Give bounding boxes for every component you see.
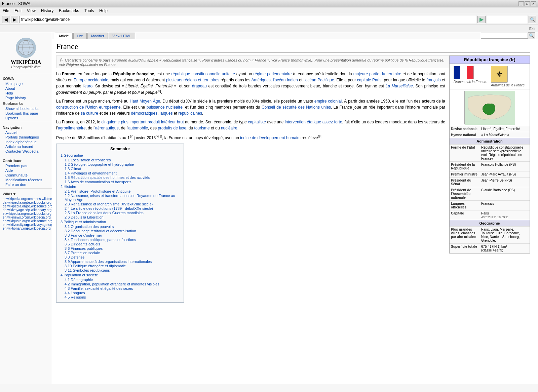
infobox-row-langues: Langues officielles Français bbox=[450, 200, 530, 210]
toc-item-2-3: 2.3 Renaissance et Monarchisme (XVIe-XVI… bbox=[65, 202, 180, 206]
address-input[interactable] bbox=[20, 16, 476, 23]
sidebar-link-modifications[interactable]: Modifications récentes bbox=[0, 178, 52, 182]
exit-button[interactable]: Exit bbox=[529, 27, 535, 31]
toc-item-4-5: 4.5 Religions bbox=[65, 295, 180, 299]
wiki-link-10[interactable]: en.wikinews.org bbox=[3, 215, 25, 219]
wiki-link-7[interactable]: de.wiktionary.org bbox=[26, 208, 48, 212]
close-button[interactable]: ✕ bbox=[531, 1, 536, 6]
hymne-label: Hymne national bbox=[451, 133, 481, 137]
coat-of-arms: ⚜ bbox=[491, 66, 508, 83]
menu-bookmarks[interactable]: Bookmarks bbox=[57, 8, 80, 13]
sidebar-link-faire-don[interactable]: Faire un don bbox=[0, 182, 52, 187]
wiki-link-6[interactable]: de.wikivoyage.org bbox=[3, 208, 25, 212]
window-controls[interactable]: _ □ ✕ bbox=[518, 1, 536, 6]
main-layout: WIKIPÉDIA L'encyclopédie libre XOWA Main… bbox=[0, 32, 538, 384]
search-input[interactable] bbox=[487, 16, 527, 23]
wiki-link-15[interactable]: en.wikivoyage.org bbox=[26, 223, 48, 227]
menu-help[interactable]: Help bbox=[98, 8, 109, 13]
tab-modifier[interactable]: Modifier bbox=[87, 33, 108, 39]
sidebar-link-portails[interactable]: Portails thématiques bbox=[0, 135, 52, 140]
infobox-row-superficie: Superficie totale 675 417[N 1] km² (clas… bbox=[450, 243, 530, 253]
toc-item-2: 2 Histoire bbox=[61, 185, 180, 189]
wiki-link-1[interactable]: commons.wikimedia.org bbox=[26, 197, 48, 201]
sidebar-wikis-header[interactable]: Wikis ▾ bbox=[0, 190, 52, 197]
sidebar-navigation-header: Navigation bbox=[0, 123, 52, 130]
geo-header: Géographie bbox=[450, 220, 530, 226]
sidebar-divider-2 bbox=[0, 122, 52, 122]
wiki-link-11[interactable]: en.wikipedia.org bbox=[26, 215, 48, 219]
flag-container: Drapeau de la France. bbox=[454, 66, 487, 87]
tab-lire[interactable]: Lire bbox=[73, 33, 87, 39]
sidebar-link-hasard[interactable]: Article au hasard bbox=[0, 144, 52, 149]
assemblee-label: Président de l'Assemblée nationale bbox=[451, 188, 481, 199]
toc-item-4-4: 4.4 Langues bbox=[65, 291, 180, 295]
langues-label: Langues officielles bbox=[451, 202, 481, 209]
go-button[interactable]: ▶ bbox=[477, 16, 486, 23]
sidebar: WIKIPÉDIA L'encyclopédie libre XOWA Main… bbox=[0, 32, 52, 384]
devise-label: Devise nationale bbox=[451, 127, 481, 131]
back-button[interactable]: ◀ bbox=[2, 16, 9, 23]
infobox-row-forme: Forme de l'État République constitutionn… bbox=[450, 144, 530, 161]
sidebar-link-bookmark-page[interactable]: Bookmark this page bbox=[0, 111, 52, 116]
toc-item-1: 1 Géographie bbox=[61, 153, 180, 157]
tab-search-area: 🔍 bbox=[481, 32, 535, 39]
devise-value: Liberté, Égalité, Fraternité bbox=[481, 127, 528, 131]
wiki-link-9[interactable]: en.wikibooks.org bbox=[26, 212, 48, 215]
sidebar-link-show-all-bookmarks[interactable]: Show all bookmarks bbox=[0, 106, 52, 111]
article-search-button[interactable]: 🔍 bbox=[528, 32, 535, 39]
wiki-link-12[interactable]: en.wikiquote.org bbox=[3, 219, 25, 223]
toc-item-2-4: 2.4 Le siècle des révolutions (1789 - dé… bbox=[65, 206, 180, 210]
menu-history[interactable]: History bbox=[40, 8, 55, 13]
forward-button[interactable]: ▶ bbox=[11, 16, 18, 23]
sidebar-xowa-header: XOWA bbox=[0, 75, 52, 81]
toc-item-3-8: 3.8 Défense bbox=[65, 255, 180, 259]
infobox-row-villes: Plus grandes villes, classées par aire u… bbox=[450, 226, 530, 243]
search-button[interactable]: 🔍 bbox=[529, 16, 536, 23]
sidebar-link-communaute[interactable]: Communauté bbox=[0, 173, 52, 178]
tab-view-html[interactable]: View HTML bbox=[109, 33, 135, 39]
article-search-input[interactable] bbox=[481, 33, 528, 39]
sidebar-link-contacter[interactable]: Contacter Wikipédia bbox=[0, 149, 52, 154]
sidebar-link-help[interactable]: Help bbox=[0, 91, 52, 95]
sidebar-link-index[interactable]: Index alphabétique bbox=[0, 140, 52, 144]
flag-label: Drapeau de la France. bbox=[454, 80, 487, 84]
minimize-button[interactable]: _ bbox=[518, 1, 524, 6]
wiki-link-14[interactable]: en.wikiiversity.org bbox=[3, 223, 25, 227]
toc-item-3-1: 3.1 Organisation des pouvoirs bbox=[65, 225, 180, 229]
wiki-link-3[interactable]: de.wikibooks.org bbox=[26, 201, 48, 204]
menu-file[interactable]: File bbox=[1, 8, 10, 13]
article-main: France République française (fr) Drapeau… bbox=[56, 42, 534, 306]
sidebar-link-main-page[interactable]: Main page bbox=[0, 81, 52, 86]
menu-edit[interactable]: Edit bbox=[13, 8, 23, 13]
sidebar-link-options[interactable]: Options bbox=[0, 116, 52, 120]
menu-tools[interactable]: Tools bbox=[83, 8, 95, 13]
sidebar-link-accueil[interactable]: Accueil bbox=[0, 130, 52, 135]
coat-container: ⚜ Armoiries de la France. bbox=[491, 66, 526, 87]
sidebar-divider-3 bbox=[0, 155, 52, 155]
article-tabs: Article Lire Modifier View HTML 🔍 bbox=[52, 32, 538, 39]
wiki-globe-icon bbox=[16, 38, 36, 58]
wiki-link-17[interactable]: eo.wikipedia.org bbox=[26, 227, 48, 230]
sidebar-link-about[interactable]: About bbox=[0, 86, 52, 91]
infobox-row-president: Président de la République François Holl… bbox=[450, 161, 530, 171]
wiki-link-5[interactable]: de.wikisource.org bbox=[26, 204, 48, 208]
tab-article[interactable]: Article bbox=[55, 33, 73, 39]
wiki-link-4[interactable]: de.wikipedia.org bbox=[3, 204, 25, 208]
maximize-button[interactable]: □ bbox=[525, 1, 530, 6]
title-bar-text: France - XOWA bbox=[2, 1, 30, 6]
toolbar: ◀ ▶ ▶ 🔍 bbox=[0, 14, 538, 25]
menu-view[interactable]: View bbox=[26, 8, 37, 13]
infobox-row-premier: Premier ministre Jean-Marc Ayrault (PS) bbox=[450, 171, 530, 177]
sidebar-link-page-history[interactable]: Page history bbox=[0, 95, 52, 100]
toc-item-3-3: 3.3 France d'outre-mer bbox=[65, 233, 180, 237]
wiki-link-2[interactable]: da.wikipedia.org bbox=[3, 201, 25, 204]
sidebar-link-premiers-pas[interactable]: Premiers pas bbox=[0, 163, 52, 168]
exit-bar: Exit bbox=[0, 25, 538, 32]
sidebar-link-aide[interactable]: Aide bbox=[0, 168, 52, 173]
title-bar: France - XOWA _ □ ✕ bbox=[0, 0, 538, 7]
wiki-link-13[interactable]: en.wikisource.org bbox=[26, 219, 48, 223]
menu-bar: File Edit View History Bookmarks Tools H… bbox=[0, 7, 538, 14]
wiki-link-8[interactable]: el.wikipedia.org bbox=[3, 212, 25, 215]
wiki-link-16[interactable]: en.wiktionary.org bbox=[3, 227, 25, 230]
wiki-link-0[interactable]: ar.wikipedia.org bbox=[3, 197, 25, 201]
